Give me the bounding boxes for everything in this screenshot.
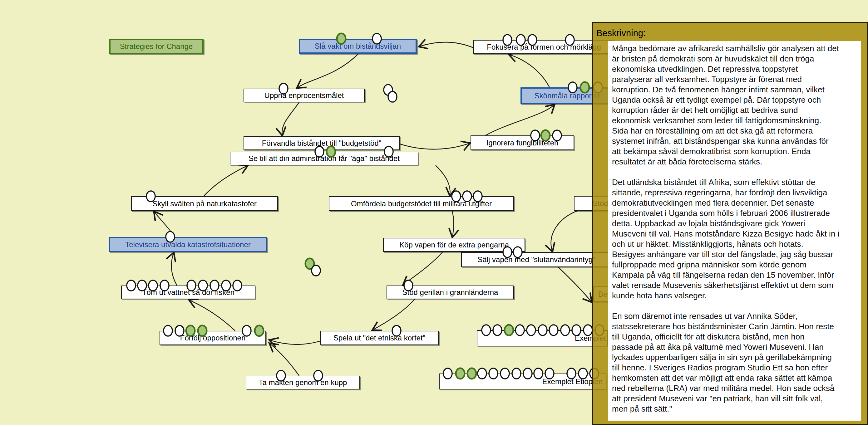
- transclusion-dot: [388, 91, 397, 102]
- node-label: Slå vakt om biståndsviljan: [315, 42, 401, 51]
- edge-forfolj-to-tom-ut: [189, 300, 235, 331]
- description-panel-title: Beskrivning:: [596, 28, 646, 38]
- node-televisera[interactable]: Televisera utvalda katastrofsituationer: [109, 237, 267, 252]
- edge-skyll-to-setill: [204, 166, 247, 196]
- node-label: Stöd gerillan i grannländerna: [402, 288, 498, 297]
- node-kop-vapen[interactable]: Köp vapen för de extra pengarna: [383, 238, 525, 252]
- edge-ta-makten-to-forfolj: [270, 344, 299, 376]
- edge-ignorera-to-skonmala: [486, 105, 554, 135]
- node-label: Uppnå enprocentsmålet: [265, 91, 344, 100]
- node-label: Strategies for Change: [120, 42, 193, 51]
- node-strategies[interactable]: Strategies for Change: [109, 39, 204, 54]
- transclusion-dot: [384, 85, 393, 95]
- node-salj-vapen[interactable]: Sälj vapen med "slutanvändarintyg": [461, 252, 612, 267]
- description-panel: Beskrivning: Många bedömare av afrikansk…: [592, 22, 868, 425]
- node-setill[interactable]: Se till att din adminstration får "äga" …: [230, 152, 418, 165]
- transclusion-dot-green: [305, 258, 314, 269]
- edge-omfordela-to-kop-vapen: [452, 211, 454, 237]
- node-label: Spela ut "det etniska kortet": [334, 334, 426, 342]
- edge-setill-to-omfordela: [436, 165, 450, 195]
- node-exemplet-etiopien[interactable]: Exemplet Etiopien: [439, 373, 606, 389]
- edge-stod-gerillan-to-spela-ut: [373, 299, 415, 330]
- node-label: Förvandla biståndet till "budgetstöd": [262, 139, 381, 148]
- node-uppna[interactable]: Uppnå enprocentsmålet: [244, 89, 365, 102]
- node-omfordela[interactable]: Omfördela budgetstödet till militära utg…: [329, 196, 514, 211]
- node-label: Omfördela budgetstödet till militära utg…: [351, 199, 492, 208]
- node-label: Skyll svälten på naturkatastofer: [152, 199, 257, 208]
- edge-stod-hidden-to-salj-vapen: [551, 211, 577, 251]
- floating-link-line: [310, 264, 316, 270]
- node-skyll[interactable]: Skyll svälten på naturkatastofer: [131, 196, 278, 211]
- node-label: Televisera utvalda katastrofsituationer: [125, 240, 251, 249]
- node-label: Förfölj oppositionen: [180, 334, 245, 342]
- node-label: Köp vapen för de extra pengarna: [399, 240, 509, 249]
- edge-sla-vakt-to-uppna: [297, 54, 359, 88]
- node-spela-ut[interactable]: Spela ut "det etniska kortet": [320, 331, 439, 345]
- node-label: Ignorera fungibiliteten: [487, 138, 559, 147]
- edge-forvandla-to-ignorera: [400, 143, 470, 149]
- node-forvandla[interactable]: Förvandla biståndet till "budgetstöd": [244, 136, 400, 150]
- node-label: Se till att din adminstration får "äga" …: [249, 154, 400, 163]
- floating-link-line: [388, 90, 393, 97]
- edge-spela-ut-to-forfolj: [270, 340, 320, 345]
- edge-skonmala-to-fokusera: [509, 55, 550, 87]
- node-ta-makten[interactable]: Ta makten genom en kupp: [246, 376, 360, 389]
- description-panel-content[interactable]: Många bedömare av afrikanskt samhällsliv…: [608, 41, 861, 421]
- transclusion-dot: [312, 265, 320, 276]
- node-forfolj[interactable]: Förfölj oppositionen: [160, 331, 266, 345]
- edge-tom-ut-to-televisera: [172, 253, 177, 286]
- node-label: Skönmåla rapporter: [534, 91, 600, 100]
- node-ignorera[interactable]: Ignorera fungibiliteten: [470, 135, 574, 150]
- node-stod-gerillan[interactable]: Stöd gerillan i grannländerna: [386, 286, 514, 299]
- edge-televisera-to-skyll: [154, 212, 175, 237]
- edge-fokusera-to-sla-vakt: [419, 42, 473, 48]
- node-label: Töm ut vattnet så dör fisken: [142, 288, 235, 297]
- node-label: Sälj vapen med "slutanvändarintyg": [477, 255, 595, 264]
- node-label: Fokusera på formen och mörklägg: [487, 43, 601, 52]
- description-text: Många bedömare av afrikanskt samhällsliv…: [612, 43, 857, 421]
- node-sla-vakt[interactable]: Slå vakt om biståndsviljan: [299, 39, 417, 54]
- edge-uppna-to-forvandla: [282, 102, 299, 135]
- node-label: Ta makten genom en kupp: [259, 378, 347, 387]
- node-exemplet-u[interactable]: Exemplet: [477, 330, 608, 347]
- edge-kop-vapen-to-stod-gerillan: [403, 252, 443, 285]
- node-tom-ut[interactable]: Töm ut vattnet så dör fisken: [121, 286, 255, 299]
- edge-salj-vapen-to-be-hidden: [558, 267, 591, 302]
